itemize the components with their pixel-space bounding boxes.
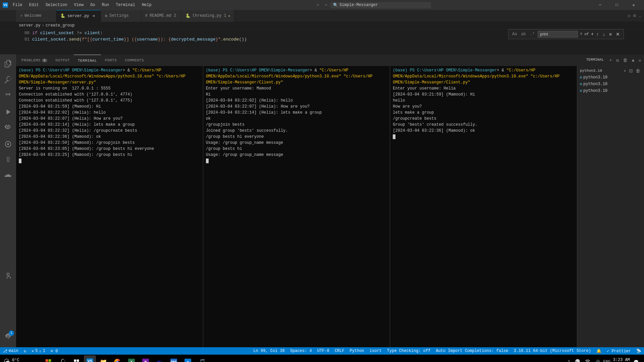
sync-item[interactable]: ↻ <box>21 347 29 355</box>
whole-word-button[interactable]: ab <box>520 32 527 37</box>
menu-terminal[interactable]: Terminal <box>114 0 137 10</box>
kill-terminal-button[interactable]: 🗑 <box>622 58 629 63</box>
minimize-button[interactable]: ─ <box>592 0 608 10</box>
tab-threading-py[interactable]: 🐍 threading.py 1 ● <box>181 10 234 22</box>
regex-button[interactable]: .* <box>529 32 536 37</box>
broadcast-item[interactable]: 📡 <box>634 347 644 355</box>
systray-wifi[interactable] <box>584 359 592 362</box>
close-panel-button[interactable]: ✕ <box>637 58 643 63</box>
terminal-trash-button[interactable]: 🗑 <box>635 68 641 73</box>
type-checking-item[interactable]: Type Checking: off <box>384 347 433 355</box>
activity-remote[interactable] <box>0 136 16 152</box>
find-next-button[interactable]: ↓ <box>602 32 606 37</box>
errors-item[interactable]: ✕ 5 ⚠ 1 <box>29 347 48 355</box>
activity-manage[interactable]: 1 <box>0 328 16 345</box>
taskbar-task-view-button[interactable] <box>70 355 83 362</box>
tab-welcome[interactable]: ⚡ Welcome <box>16 10 56 22</box>
location-item[interactable]: Ln 99, Col 38 <box>251 347 287 355</box>
tab-server-py-close-button[interactable]: ✕ <box>91 13 97 19</box>
activity-testing[interactable] <box>0 152 16 168</box>
terminal-pane-2[interactable]: (base) PS C:\Users\HP OMEN\Simple-Messan… <box>203 66 390 347</box>
panel-tab-output[interactable]: OUTPUT <box>51 55 74 66</box>
menu-selection[interactable]: Selection <box>44 0 69 10</box>
breadcrumb-symbol[interactable]: create_group <box>46 23 74 28</box>
panel-tab-terminal[interactable]: TERMINAL <box>74 55 101 66</box>
find-prev-button[interactable]: ↑ <box>595 32 600 37</box>
taskbar-app-pycharm[interactable]: Py <box>153 355 166 362</box>
editor-area: 90 91 if client_socket != client: client… <box>0 29 644 54</box>
terminal-instance-2-icon: ⊞ <box>580 82 582 86</box>
taskbar-clock[interactable]: 3:23 AM 24/03/04 <box>612 358 630 362</box>
python-version-item[interactable]: 3.10.11 64-bit (Microsoft Store) <box>511 347 594 355</box>
terminal-pane-3[interactable]: (base) PS C:\Users\HP OMEN\Simple-Messan… <box>390 66 577 347</box>
tab-server-py[interactable]: 🐍 server.py ✕ <box>56 10 101 22</box>
activity-docker[interactable] <box>0 168 16 184</box>
auto-import-item[interactable]: Auto Import Completions: false <box>433 347 511 355</box>
taskbar-search-button[interactable] <box>56 355 69 362</box>
systray-network[interactable] <box>574 359 582 362</box>
tab-settings[interactable]: ⚙ Settings <box>101 10 141 22</box>
systray-volume[interactable]: 🔊 <box>594 360 601 362</box>
systray-lang[interactable]: ENG <box>603 360 611 362</box>
git-branch-item[interactable]: ⎇ main <box>0 347 21 355</box>
maximize-panel-button[interactable]: ▲ <box>630 58 636 63</box>
find-input[interactable] <box>538 31 578 38</box>
maximize-button[interactable]: □ <box>609 0 625 10</box>
activity-source-control[interactable] <box>0 88 16 104</box>
terminal-pane-1[interactable]: (base) PS C:\Users\HP OMEN\Simple-Messan… <box>16 66 203 347</box>
menu-help[interactable]: Help <box>140 0 154 10</box>
new-terminal-button[interactable]: + <box>608 58 613 63</box>
menu-edit[interactable]: Edit <box>27 0 41 10</box>
close-button[interactable]: ✕ <box>626 0 641 10</box>
taskbar-app-vscode[interactable]: VS <box>84 355 96 362</box>
breadcrumb-file[interactable]: server.py <box>19 23 41 28</box>
run-split-button[interactable]: ▷ <box>628 13 631 18</box>
activity-accounts[interactable] <box>0 268 16 284</box>
title-search-bar[interactable]: 🔍 Simple-Messanger <box>330 2 431 8</box>
menu-view[interactable]: View <box>72 0 86 10</box>
nav-back-button[interactable]: ← <box>315 0 321 10</box>
case-sensitive-button[interactable]: Aa <box>511 32 518 37</box>
activity-run-debug[interactable] <box>0 104 16 120</box>
panel-tab-comments[interactable]: COMMENTS <box>121 55 148 66</box>
find-close-button[interactable]: ✕ <box>615 32 621 37</box>
taskbar-app-explorer[interactable]: 📁 <box>97 355 110 362</box>
taskbar-start-button[interactable] <box>42 355 55 362</box>
menu-run[interactable]: Run <box>100 0 111 10</box>
find-toggle-replace-button[interactable]: ≡ <box>608 32 613 37</box>
tab-readme[interactable]: # README.md 2 <box>141 10 181 22</box>
no-config-item[interactable]: ⊘ 0 <box>48 347 61 355</box>
terminal-add-button[interactable]: + <box>623 68 627 73</box>
terminal-instance-2[interactable]: ⊞ python3.10 <box>577 81 644 87</box>
terminal-split-sidebar-button[interactable]: ⊟ <box>628 68 634 73</box>
taskbar-app-edge[interactable]: e <box>181 355 195 362</box>
taskbar-app-excel[interactable]: X <box>125 355 138 362</box>
menu-go[interactable]: Go <box>88 0 97 10</box>
activity-extensions[interactable] <box>0 120 16 136</box>
split-terminal-button[interactable]: ⊟ <box>615 58 620 63</box>
more-tabs-button[interactable]: … <box>639 13 641 18</box>
systray-notifications[interactable]: 💬 <box>632 360 640 362</box>
formatter-item[interactable]: isort <box>367 347 384 355</box>
panel-tab-problems[interactable]: PROBLEMS 6 <box>17 55 51 66</box>
split-editor-button[interactable]: ⊟ <box>633 13 636 18</box>
encoding-item[interactable]: UTF-8 <box>315 347 332 355</box>
line-ending-item[interactable]: CRLF <box>332 347 347 355</box>
prettier-item[interactable]: ✓ Prettier <box>604 347 634 355</box>
nav-forward-button[interactable]: → <box>323 0 329 10</box>
terminal-instance-1[interactable]: ⊞ python3.10 <box>577 74 644 81</box>
activity-search[interactable] <box>0 72 16 88</box>
taskbar-app-chrome[interactable] <box>111 355 124 362</box>
cursor-1 <box>19 159 21 163</box>
activity-explorer[interactable] <box>0 56 16 72</box>
taskbar-app-dns[interactable]: DNS <box>167 355 180 362</box>
systray-chevron[interactable]: ^ <box>566 360 571 362</box>
taskbar-app-audio[interactable]: 🎵 <box>195 355 209 362</box>
menu-file[interactable]: File <box>11 0 24 10</box>
spaces-item[interactable]: Spaces: 4 <box>287 347 315 355</box>
language-item[interactable]: Python <box>347 347 367 355</box>
taskbar-app-onenote[interactable]: N <box>139 355 152 362</box>
notifications-item[interactable]: 🔔 <box>594 347 604 355</box>
panel-tab-ports[interactable]: PORTS <box>101 55 121 66</box>
terminal-instance-3[interactable]: ⊞ python3.10 <box>577 87 644 94</box>
